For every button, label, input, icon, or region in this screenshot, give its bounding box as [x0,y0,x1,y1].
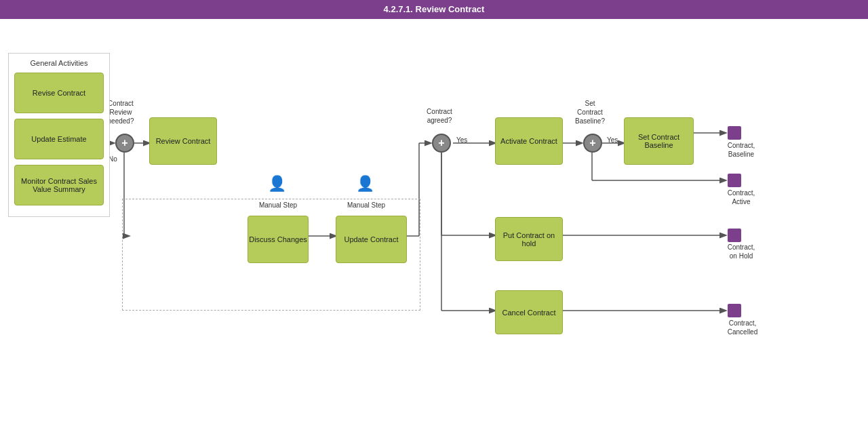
end-contract-active [728,174,741,187]
discuss-changes-label: Discuss Changes [249,235,307,243]
update-contract-box[interactable]: Update Contract [336,216,407,263]
set-contract-baseline-label: Set Contract Baseline [625,133,693,149]
end-contract-baseline [728,126,741,140]
discuss-changes-box[interactable]: Discuss Changes [248,216,309,263]
page-title: 4.2.7.1. Review Contract [384,4,485,14]
gw2-label: Contract agreed? [419,107,460,125]
manual-step-icon-2: 👤 [356,175,374,193]
manual-step-icon-1: 👤 [268,175,286,193]
activate-contract-box[interactable]: Activate Contract [495,117,563,165]
end-contract-cancelled [728,304,741,317]
contract-baseline-label: Contract, Baseline [717,141,765,159]
sidebar-item-monitor-contract[interactable]: Monitor Contract Sales Value Summary [14,165,104,205]
cancel-contract-box[interactable]: Cancel Contract [495,290,563,334]
sidebar-item-revise-contract[interactable]: Revise Contract [14,73,104,113]
review-contract-box[interactable]: Review Contract [149,117,217,165]
cancel-contract-label: Cancel Contract [502,309,556,317]
gw3-yes-label: Yes [607,136,618,144]
end-contract-on-hold [728,229,741,242]
gateway-2 [432,134,451,153]
activate-contract-label: Activate Contract [500,137,557,145]
manual-step-label-1: Manual Step [251,201,305,210]
gw3-label: Set Contract Baseline? [570,99,610,125]
gateway-1 [115,134,134,153]
update-contract-label: Update Contract [344,235,398,243]
sidebar: General Activities Revise Contract Updat… [8,53,110,217]
sidebar-item-update-estimate[interactable]: Update Estimate [14,119,104,159]
manual-step-label-2: Manual Step [339,201,393,210]
contract-active-label: Contract, Active [717,189,765,206]
contract-on-hold-label: Contract, on Hold [717,243,765,260]
put-on-hold-label: Put Contract on hold [496,231,562,248]
main-area: Contract, Awarded Contract Review needed… [0,19,868,434]
put-on-hold-box[interactable]: Put Contract on hold [495,217,563,261]
gw2-yes-label: Yes [456,136,467,144]
sidebar-title: General Activities [14,59,104,67]
gateway-3 [583,134,602,153]
title-bar: 4.2.7.1. Review Contract [0,0,868,19]
contract-cancelled-label: Contract, Cancelled [715,319,770,336]
set-contract-baseline-box[interactable]: Set Contract Baseline [624,117,694,165]
review-contract-label: Review Contract [156,137,211,145]
